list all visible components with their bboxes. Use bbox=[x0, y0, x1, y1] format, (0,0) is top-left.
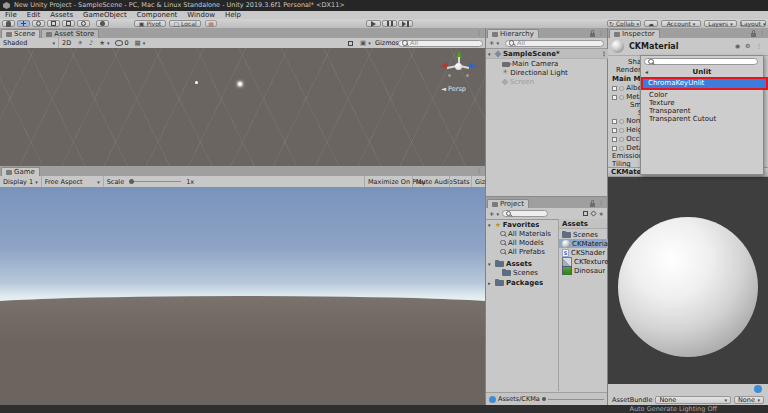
inspector-tab-menu-icon[interactable]: ⋮ bbox=[759, 29, 765, 37]
hierarchy-item-main-camera[interactable]: Main Camera bbox=[502, 59, 558, 68]
cloud-sync-icon[interactable] bbox=[754, 385, 762, 393]
game-viewport[interactable] bbox=[0, 187, 485, 405]
layers-button[interactable]: Layers▾ bbox=[704, 20, 737, 27]
asset-bundle-dropdown[interactable]: None▾ bbox=[655, 396, 731, 404]
custom-tools-button[interactable] bbox=[96, 20, 109, 27]
tab-game[interactable]: Game bbox=[1, 167, 40, 176]
inspector-lock-icon[interactable] bbox=[751, 33, 756, 37]
popup-item-color[interactable]: Color bbox=[649, 91, 761, 99]
gizmo-center[interactable] bbox=[455, 63, 462, 70]
zoom-slider-track[interactable] bbox=[548, 399, 604, 400]
step-button[interactable] bbox=[398, 20, 413, 27]
scene-fx-dropdown[interactable]: ★▾ bbox=[96, 38, 112, 48]
menu-window[interactable]: Window bbox=[182, 11, 220, 19]
foldout-icon[interactable]: ▾ bbox=[488, 51, 493, 57]
game-tab-menu-icon[interactable]: ⋮ bbox=[476, 167, 482, 175]
hierarchy-item-screen[interactable]: Screen bbox=[502, 77, 534, 86]
gear-icon[interactable]: ⚙ bbox=[745, 42, 750, 49]
zoom-slider-handle[interactable] bbox=[542, 397, 546, 401]
file-dinosaur[interactable]: Dinosaur bbox=[562, 266, 605, 275]
packages-foldout[interactable]: ▸ Packages bbox=[488, 278, 543, 287]
header-menu-icon[interactable]: ⋮ bbox=[756, 42, 762, 49]
popup-search-input[interactable] bbox=[656, 58, 754, 66]
favorites-foldout[interactable]: ▾★ Favorites bbox=[488, 220, 539, 229]
favorites-star-icon[interactable]: ★ bbox=[599, 210, 604, 217]
scene-visibility-toggle[interactable]: 0 bbox=[112, 38, 131, 48]
perspective-toggle[interactable]: ◄ Persp bbox=[441, 85, 466, 93]
file-ckmaterial-selected[interactable]: CKMaterial bbox=[559, 239, 610, 248]
favorite-all-materials[interactable]: All Materials bbox=[500, 229, 551, 238]
orientation-gizmo[interactable] bbox=[438, 50, 478, 84]
detail-mask-picker-icon[interactable]: ○ bbox=[619, 145, 624, 151]
scene-lighting-toggle[interactable]: ☀ bbox=[74, 38, 86, 48]
menu-file[interactable]: File bbox=[0, 11, 22, 19]
scene-header-row[interactable]: ▾ SampleScene* ⋮ bbox=[486, 49, 609, 59]
scale-tool-button[interactable] bbox=[47, 20, 60, 27]
tab-hierarchy[interactable]: Hierarchy bbox=[487, 29, 539, 38]
popup-item-transparent[interactable]: Transparent bbox=[649, 107, 761, 115]
popup-item-transparent-cutout[interactable]: Transparent Cutout bbox=[649, 115, 761, 123]
rect-tool-button[interactable] bbox=[62, 20, 75, 27]
auto-generate-lighting-status[interactable]: Auto Generate Lighting Off bbox=[629, 405, 717, 413]
albedo-checkbox[interactable] bbox=[612, 86, 617, 91]
scene-tab-menu-icon[interactable]: ⋮ bbox=[476, 29, 482, 37]
aspect-dropdown[interactable]: Free Aspect▾ bbox=[41, 176, 103, 187]
layout-button[interactable]: Layout▾ bbox=[740, 20, 766, 27]
scene-search-box[interactable] bbox=[398, 40, 483, 47]
occlusion-checkbox[interactable] bbox=[612, 137, 617, 142]
tab-asset-store[interactable]: Asset Store bbox=[41, 29, 99, 38]
draw-mode-dropdown[interactable]: Shaded▾ bbox=[0, 38, 58, 48]
pivot-toggle-button[interactable]: ▣ Pivot bbox=[134, 20, 166, 27]
favorite-all-prefabs[interactable]: All Prefabs bbox=[500, 247, 545, 256]
component-tools-button[interactable] bbox=[345, 38, 356, 48]
scene-search-input[interactable] bbox=[410, 39, 479, 47]
favorite-all-models[interactable]: All Models bbox=[500, 238, 544, 247]
scale-slider-track[interactable] bbox=[131, 181, 181, 182]
scale-slider[interactable] bbox=[127, 176, 183, 187]
file-scenes[interactable]: Scenes bbox=[562, 230, 598, 239]
assets-scenes-folder[interactable]: Scenes bbox=[502, 268, 538, 277]
project-create-button[interactable]: +▾ bbox=[486, 208, 502, 219]
search-by-label-icon[interactable] bbox=[590, 210, 596, 216]
project-tab-menu-icon[interactable]: ⋮ bbox=[598, 199, 604, 207]
hierarchy-tab-menu-icon[interactable]: ⋮ bbox=[598, 29, 604, 37]
detail-mask-checkbox[interactable] bbox=[612, 146, 617, 151]
menu-gameobject[interactable]: GameObject bbox=[78, 11, 132, 19]
albedo-picker-icon[interactable]: ○ bbox=[619, 85, 624, 91]
pause-button[interactable] bbox=[382, 20, 397, 27]
tab-project[interactable]: Project bbox=[487, 199, 529, 208]
hand-tool-button[interactable] bbox=[2, 20, 15, 27]
cloud-button[interactable]: ☁ bbox=[644, 20, 658, 27]
account-button[interactable]: Account▾ bbox=[661, 20, 701, 27]
popup-search-box[interactable] bbox=[644, 58, 758, 65]
menu-component[interactable]: Component bbox=[132, 11, 183, 19]
project-lock-icon[interactable] bbox=[590, 203, 595, 207]
metallic-picker-icon[interactable]: ○ bbox=[619, 94, 624, 100]
tab-inspector[interactable]: Inspector bbox=[609, 29, 660, 38]
menu-help[interactable]: Help bbox=[220, 11, 246, 19]
collab-button[interactable]: ↻ Collab▾ bbox=[607, 20, 641, 27]
menu-edit[interactable]: Edit bbox=[22, 11, 46, 19]
scene-camera-dropdown[interactable]: ▦▾ bbox=[132, 38, 149, 48]
local-toggle-button[interactable]: ▢ Local bbox=[169, 20, 201, 27]
scene-audio-toggle[interactable]: ♪ bbox=[86, 38, 96, 48]
height-map-picker-icon[interactable]: ○ bbox=[619, 127, 624, 133]
hierarchy-search-box[interactable] bbox=[505, 40, 604, 47]
hierarchy-create-button[interactable]: +▾ bbox=[486, 38, 502, 48]
hierarchy-search-input[interactable] bbox=[517, 39, 600, 47]
move-tool-button[interactable] bbox=[17, 20, 30, 27]
menu-assets[interactable]: Assets bbox=[45, 11, 78, 19]
project-search-box[interactable] bbox=[502, 210, 548, 217]
search-by-type-icon[interactable] bbox=[583, 211, 588, 216]
assets-foldout[interactable]: ▾ Assets bbox=[488, 259, 532, 268]
display-dropdown[interactable]: Display 1▾ bbox=[0, 176, 41, 187]
occlusion-picker-icon[interactable]: ○ bbox=[619, 136, 624, 142]
rotate-tool-button[interactable] bbox=[32, 20, 45, 27]
file-ckshader[interactable]: SCKShader bbox=[562, 248, 605, 257]
camera-gizmo-dot[interactable] bbox=[195, 81, 198, 84]
transform-tool-button[interactable] bbox=[77, 20, 90, 27]
project-search-input[interactable] bbox=[514, 210, 544, 218]
bundle-variant-dropdown[interactable]: None▾ bbox=[734, 396, 764, 404]
play-button[interactable] bbox=[366, 20, 381, 27]
lock-icon[interactable] bbox=[590, 33, 595, 37]
